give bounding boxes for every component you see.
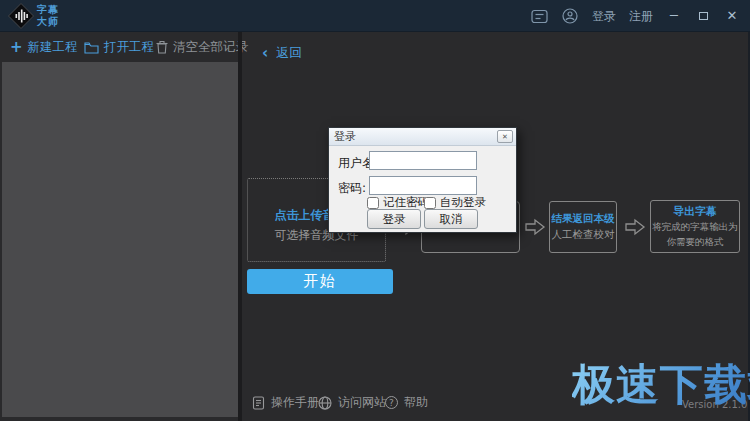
login-submit-button[interactable]: 登录 [367,209,421,229]
manual-label: 操作手册 [271,394,319,411]
manual-icon [252,396,265,410]
manual-link[interactable]: 操作手册 [252,394,319,411]
maximize-box [699,12,708,20]
project-history-panel [2,62,238,417]
export-subtitle-line1: 将完成的字幕输出为 [651,221,739,234]
close-icon[interactable]: ✕ [724,0,740,32]
minimize-icon[interactable]: ─ [666,0,682,32]
result-subtitle: 人工检查校对 [550,228,616,242]
login-dialog-titlebar[interactable]: 登录 [329,128,516,146]
dialog-close-icon[interactable]: ✕ [497,130,513,143]
start-button[interactable]: 开始 [247,269,393,294]
app-window: 字幕 大师 登录 注册 ─ ✕ [0,0,750,421]
new-project-label: 新建工程 [28,39,78,56]
plus-icon: + [10,41,23,53]
trash-icon [156,40,168,54]
arrow-right-icon [524,217,546,237]
result-step-box: 结果返回本级 人工检查校对 [549,201,617,253]
auto-login-checkbox[interactable]: 自动登录 [424,195,486,210]
password-input[interactable] [369,176,477,195]
auto-login-label: 自动登录 [440,195,486,210]
arrow-right-icon [624,217,646,237]
export-title: 导出字幕 [651,204,739,219]
export-step-box: 导出字幕 将完成的字幕输出为 你需要的格式 [650,200,740,253]
username-input[interactable] [369,151,477,170]
remember-password-label: 记住密码 [383,195,429,210]
open-project-label: 打开工程 [104,39,154,56]
remember-password-checkbox[interactable]: 记住密码 [367,195,429,210]
titlebar-controls: 登录 注册 ─ ✕ [530,0,740,32]
remember-password-box[interactable] [367,197,379,209]
help-link[interactable]: ? 帮助 [385,394,428,411]
login-dialog-title: 登录 [329,129,356,144]
open-project-button[interactable]: 打开工程 [84,39,154,56]
clear-history-label: 清空全部记录 [173,39,248,56]
maximize-icon[interactable] [695,0,711,32]
back-chevron-icon: ‹ [262,44,268,62]
titlebar-register-link[interactable]: 注册 [629,8,653,25]
result-title: 结果返回本级 [550,212,616,226]
password-label: 密码: [338,180,366,197]
login-dialog: 登录 ✕ 用户名: 密码: 记住密码 自动登录 登录 取消 [328,127,517,233]
back-button[interactable]: ‹ 返回 [262,44,302,62]
new-project-button[interactable]: + 新建工程 [10,39,78,56]
user-account-icon[interactable] [561,7,579,25]
titlebar-login-link[interactable]: 登录 [592,8,616,25]
globe-icon [318,396,332,410]
help-label: 帮助 [404,394,428,411]
clear-history-button[interactable]: 清空全部记录 [156,39,248,56]
auto-login-box[interactable] [424,197,436,209]
help-icon: ? [385,396,398,409]
feedback-icon[interactable] [530,7,548,25]
titlebar: 字幕 大师 登录 注册 ─ ✕ [0,0,750,32]
app-title: 字幕 大师 [37,4,59,28]
app-logo-icon [8,3,34,29]
website-label: 访问网站 [338,394,386,411]
website-link[interactable]: 访问网站 [318,394,386,411]
app-title-line2: 大师 [37,16,59,28]
project-toolbar: + 新建工程 打开工程 清空全部记录 [0,32,238,62]
export-subtitle-line2: 你需要的格式 [651,236,739,249]
app-title-line1: 字幕 [37,4,59,16]
watermark-text: 极速下载站 [572,356,750,414]
back-label: 返回 [276,44,302,62]
folder-icon [84,41,99,54]
login-cancel-button[interactable]: 取消 [424,209,478,229]
